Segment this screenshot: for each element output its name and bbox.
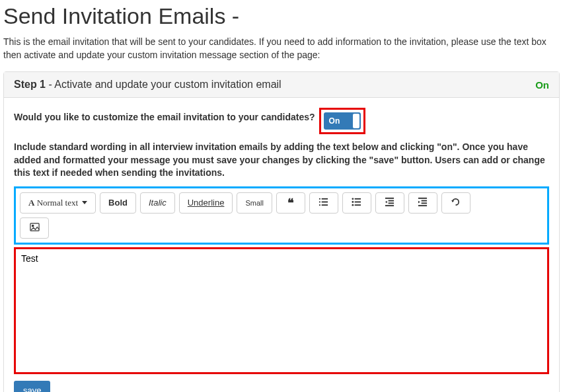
svg-marker-14 (385, 201, 387, 204)
svg-rect-12 (385, 198, 394, 199)
ordered-list-button[interactable] (309, 192, 338, 214)
quote-button[interactable]: ❝ (276, 192, 305, 214)
svg-rect-2 (319, 202, 320, 203)
customize-toggle[interactable]: On (324, 112, 361, 130)
svg-rect-13 (389, 200, 394, 202)
indent-button[interactable] (408, 192, 437, 214)
small-button[interactable]: Small (237, 192, 272, 214)
svg-rect-16 (385, 205, 394, 206)
svg-rect-15 (389, 202, 394, 204)
svg-rect-0 (319, 198, 320, 200)
toggle-highlight: On (319, 108, 365, 134)
svg-marker-19 (418, 201, 420, 204)
customize-question: Would you like to customize the email in… (14, 112, 315, 122)
quote-icon: ❝ (287, 196, 294, 210)
unordered-list-button[interactable] (342, 192, 371, 214)
svg-rect-4 (319, 204, 320, 206)
style-label: Normal text (37, 198, 78, 208)
caret-down-icon (82, 201, 87, 204)
svg-rect-17 (418, 198, 427, 199)
image-icon (30, 222, 40, 234)
style-dropdown[interactable]: A Normal text (20, 192, 96, 214)
step1-panel: Step 1 - Activate and update your custom… (3, 71, 560, 392)
indent-icon (418, 197, 428, 209)
italic-button[interactable]: Italic (140, 192, 175, 214)
redo-button[interactable] (441, 192, 470, 214)
unordered-list-icon (352, 197, 361, 209)
svg-rect-1 (322, 198, 328, 200)
svg-rect-21 (418, 205, 427, 206)
panel-body: Would you like to customize the email in… (4, 98, 559, 392)
image-button[interactable] (20, 217, 49, 239)
outdent-button[interactable] (375, 192, 404, 214)
svg-rect-11 (355, 204, 361, 206)
ordered-list-icon (319, 197, 328, 209)
instructions-text: Include standard wording in all intervie… (14, 141, 549, 180)
svg-rect-18 (422, 200, 427, 202)
svg-point-10 (352, 204, 354, 206)
svg-rect-20 (422, 202, 427, 204)
svg-rect-7 (355, 198, 361, 200)
svg-point-6 (352, 198, 354, 200)
svg-rect-9 (355, 202, 361, 203)
bold-button[interactable]: Bold (100, 192, 136, 214)
step-desc: - Activate and update your custom invita… (46, 79, 282, 90)
svg-point-8 (352, 201, 354, 203)
underline-button[interactable]: Underline (179, 192, 233, 214)
redo-icon (451, 197, 461, 209)
save-button[interactable]: save (14, 381, 50, 392)
panel-heading: Step 1 - Activate and update your custom… (4, 72, 559, 98)
editor-textarea[interactable]: Test (16, 249, 547, 372)
page-title: Send Invitation Emails - (3, 3, 563, 29)
toolbar-highlight: A Normal text Bold Italic Underline Smal… (14, 186, 549, 245)
svg-rect-5 (322, 204, 328, 206)
page-intro: This is the email invitation that will b… (3, 36, 560, 61)
panel-title: Step 1 - Activate and update your custom… (14, 79, 282, 91)
svg-rect-3 (322, 202, 328, 203)
step-label: Step 1 (14, 79, 46, 90)
editor-highlight: Test (14, 247, 549, 374)
outdent-icon (385, 197, 394, 209)
svg-point-23 (32, 225, 33, 226)
editor-toolbar: A Normal text Bold Italic Underline Smal… (20, 192, 543, 214)
panel-status: On (535, 79, 549, 91)
